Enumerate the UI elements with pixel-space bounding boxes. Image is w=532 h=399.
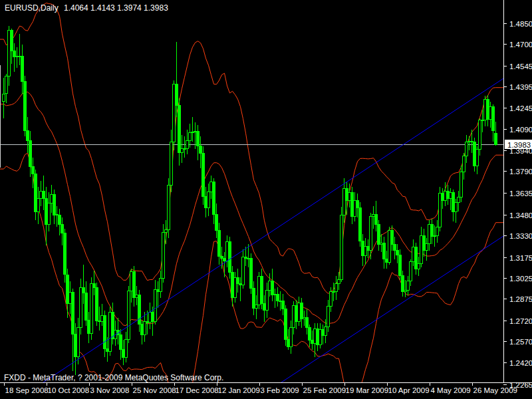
time-scale[interactable]: 18 Sep 200810 Oct 20083 Nov 200825 Nov 2… [5,383,518,394]
candle-body [77,328,80,356]
candle-body [109,313,112,351]
candle-body [207,192,210,208]
chart-title-symbol: EURUSD,Daily [5,3,59,13]
candle-body [210,182,213,192]
candle-body [290,328,293,347]
price-scale-label: 1.3175 [509,254,532,262]
candle-body [271,281,274,295]
candle-body [298,303,301,322]
candle-body [221,257,223,259]
candle-body [173,84,176,142]
candle-body [45,198,48,225]
time-scale-label: 3 Nov 2008 [90,386,130,394]
candle-body [394,244,396,250]
candle-body [72,292,74,334]
price-scale-label: 1.4700 [509,41,532,49]
candle-body [332,292,335,293]
candle-body [391,231,394,245]
candle-body [61,224,64,233]
time-scale-label: 18 Sep 2008 [5,386,49,394]
candle-body [80,288,82,328]
time-scale-label: 25 Feb 2009 [303,386,346,394]
candle-body [106,349,109,352]
candle-body [340,215,343,280]
price-scale[interactable]: 1.48501.47001.45451.43951.42451.40901.39… [503,20,532,389]
candle-body [309,328,311,340]
price-chart[interactable]: 1.48501.47001.45451.43951.42451.40901.39… [0,0,532,399]
candle-body [186,140,189,148]
time-scale-label: 10 Apr 2009 [388,386,430,394]
price-scale-label: 1.3480 [509,211,532,219]
candle-body [388,231,391,263]
candle-body [152,313,154,322]
candle-body [460,172,463,198]
candle-body [40,192,43,198]
candle-body [372,214,375,217]
candle-body [303,317,306,319]
candle-body [141,325,144,335]
candle-body [258,276,261,305]
candlestick-series [3,26,497,375]
candle-body [436,227,439,235]
chart-title-ohlc: 1.4064 1.4143 1.3974 1.3983 [64,3,168,13]
time-scale-label: 25 Nov 2008 [133,386,176,394]
candle-body [452,192,455,212]
candle-body [407,281,410,291]
candle-body [378,224,380,244]
candle-body [202,153,205,196]
candle-body [192,132,194,133]
candle-body [375,214,378,224]
candle-body [306,317,309,328]
candle-body [346,188,348,200]
candle-body [343,188,346,215]
candle-body [112,313,114,338]
candle-body [487,100,489,119]
time-scale-label: 17 Dec 2008 [176,386,219,394]
candle-body [35,174,37,212]
candle-body [11,31,13,51]
candle-body [301,303,303,319]
candle-body [266,291,269,311]
candle-body [255,305,258,309]
candle-body [412,247,415,262]
candle-body [154,290,157,321]
price-scale-label: 1.4395 [509,83,532,91]
candle-body [184,148,186,149]
candle-body [170,142,173,186]
candle-body [468,141,471,142]
candle-body [82,288,85,293]
candle-body [287,340,290,347]
candle-body [128,291,130,339]
candle-body [181,148,184,153]
time-scale-label: 19 Mar 2009 [346,386,389,394]
candle-body [282,301,285,309]
candle-body [285,309,287,340]
price-scale-label: 1.4245 [509,104,532,112]
candle-body [51,194,53,203]
price-scale-label: 1.4850 [509,20,532,28]
copyright-watermark: FXDD - MetaTrader, ? 2001-2009 MetaQuote… [4,373,223,382]
candle-body [226,241,229,261]
candle-body [146,321,149,323]
price-scale-label: 1.2570 [509,338,532,346]
candle-body [8,31,11,76]
candle-body [396,250,399,255]
candle-body [277,295,279,301]
candle-body [98,321,101,322]
trendline[interactable] [281,236,503,382]
candle-body [157,290,160,292]
candle-body [383,243,386,259]
candle-body [444,191,447,200]
candle-body [434,236,436,237]
candle-body [455,203,458,212]
candle-body [189,133,192,141]
candle-body [330,292,332,307]
candle-body [263,303,266,311]
candle-body [130,271,133,291]
candle-body [325,327,327,336]
candle-body [492,107,495,131]
candle-body [37,198,40,212]
candle-body [96,288,98,321]
candle-body [56,215,59,215]
candle-body [473,142,476,166]
